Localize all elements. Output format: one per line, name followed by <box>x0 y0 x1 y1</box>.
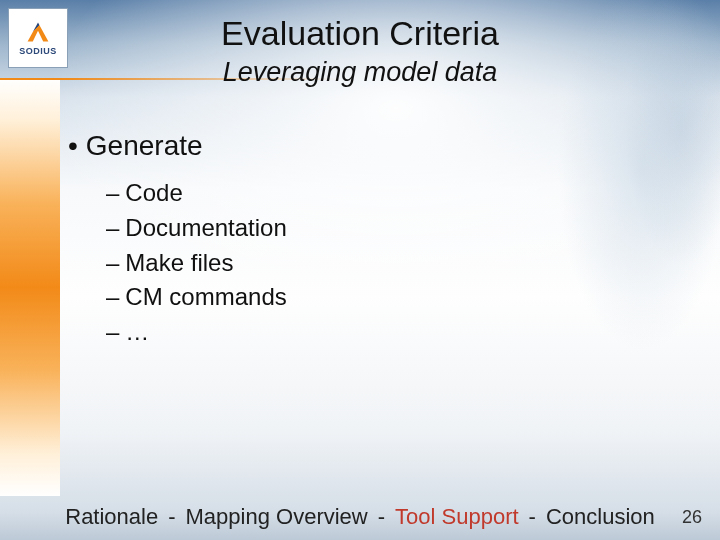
crumb-separator: - <box>378 504 385 530</box>
slide-title: Evaluation Criteria <box>0 14 720 53</box>
crumb-separator: - <box>529 504 536 530</box>
bullet-text: Documentation <box>125 214 286 241</box>
bullet-text: CM commands <box>125 283 286 310</box>
dash-icon: – <box>106 249 119 276</box>
crumb-conclusion: Conclusion <box>546 504 655 530</box>
bullet-level2-item: –CM commands <box>106 280 668 315</box>
bullet-text: … <box>125 318 149 345</box>
bullet-level2-item: –… <box>106 315 668 350</box>
bullet-level2-item: –Code <box>106 176 668 211</box>
bullet-level2-item: –Make files <box>106 246 668 281</box>
dash-icon: – <box>106 214 119 241</box>
bullet-level2-item: –Documentation <box>106 211 668 246</box>
slide-body: •Generate –Code –Documentation –Make fil… <box>68 130 668 350</box>
crumb-mapping-overview: Mapping Overview <box>186 504 368 530</box>
footer-breadcrumb: Rationale - Mapping Overview - Tool Supp… <box>0 504 720 530</box>
dash-icon: – <box>106 283 119 310</box>
bullet-dot-icon: • <box>68 130 78 161</box>
slide-subtitle: Leveraging model data <box>0 57 720 88</box>
dash-icon: – <box>106 179 119 206</box>
crumb-tool-support: Tool Support <box>395 504 519 530</box>
crumb-separator: - <box>168 504 175 530</box>
bullet-level1: •Generate <box>68 130 668 162</box>
page-number: 26 <box>682 507 702 528</box>
bullet-label: Generate <box>86 130 203 161</box>
dash-icon: – <box>106 318 119 345</box>
bullet-text: Make files <box>125 249 233 276</box>
bullet-text: Code <box>125 179 182 206</box>
crumb-rationale: Rationale <box>65 504 158 530</box>
